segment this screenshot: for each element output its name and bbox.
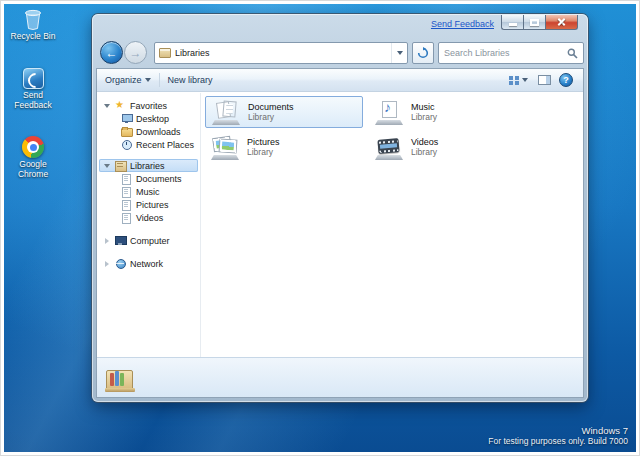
forward-button[interactable]: →: [124, 41, 147, 64]
documents-library-icon: [211, 99, 241, 125]
sidebar-label: Computer: [130, 236, 170, 246]
search-icon: [567, 48, 578, 59]
new-library-button[interactable]: New library: [160, 69, 221, 91]
item-title: Videos: [411, 137, 438, 148]
caption-buttons: [501, 15, 578, 30]
send-feedback-icon: [23, 68, 44, 89]
expander-icon[interactable]: [103, 238, 111, 244]
watermark-line2: For testing purposes only. Build 7000: [488, 436, 628, 446]
pictures-library-icon: [210, 134, 240, 160]
minimize-button[interactable]: [501, 15, 523, 30]
pictures-library-icon: [121, 199, 132, 210]
navigation-bar: ← → Libraries: [96, 38, 584, 68]
navigation-pane: Favorites Desktop Downloads Recent Place…: [97, 93, 201, 357]
sidebar-item-recent-places[interactable]: Recent Places: [97, 138, 200, 151]
music-library-icon: ♪: [374, 99, 404, 125]
sidebar-label: Recent Places: [136, 140, 194, 150]
maximize-button[interactable]: [523, 15, 546, 30]
address-dropdown-button[interactable]: [391, 43, 407, 63]
sidebar-item-computer[interactable]: Computer: [97, 234, 200, 247]
sidebar-spacer: [97, 151, 200, 159]
videos-library-icon: [374, 134, 404, 160]
library-item-music[interactable]: ♪ Music Library: [369, 96, 527, 128]
views-icon: [509, 76, 519, 85]
details-pane: [97, 357, 583, 397]
organize-button[interactable]: Organize: [97, 69, 159, 91]
sidebar-item-documents[interactable]: Documents: [97, 172, 200, 185]
libraries-icon: [115, 160, 126, 171]
library-item-pictures[interactable]: Pictures Library: [205, 131, 363, 163]
preview-pane-button[interactable]: [538, 75, 551, 85]
item-title: Music: [411, 102, 437, 113]
favorites-star-icon: [115, 100, 126, 111]
command-bar: Organize New library ?: [97, 69, 583, 92]
sidebar-label: Music: [136, 187, 160, 197]
titlebar[interactable]: Send Feedback: [92, 14, 588, 38]
send-feedback-link[interactable]: Send Feedback: [431, 19, 494, 29]
maximize-icon: [530, 19, 539, 26]
item-title: Pictures: [247, 137, 280, 148]
explorer-window: Send Feedback ← → Libraries: [92, 14, 588, 402]
organize-label: Organize: [105, 75, 142, 85]
documents-library-icon: [121, 173, 132, 184]
build-watermark: Windows 7 For testing purposes only. Bui…: [488, 425, 628, 446]
sidebar-item-pictures[interactable]: Pictures: [97, 198, 200, 211]
back-button[interactable]: ←: [100, 41, 123, 64]
close-button[interactable]: [546, 15, 578, 30]
breadcrumb[interactable]: Libraries: [175, 48, 210, 58]
desktop-icon-label: Recycle Bin: [11, 31, 56, 41]
sidebar-item-libraries[interactable]: Libraries: [99, 159, 198, 172]
music-library-icon: [121, 186, 132, 197]
desktop-wallpaper: Recycle Bin Send Feedback Google Chrome …: [4, 4, 636, 452]
sidebar-label: Pictures: [136, 200, 169, 210]
expander-icon[interactable]: [103, 104, 111, 108]
sidebar-item-favorites[interactable]: Favorites: [97, 99, 200, 112]
library-item-videos[interactable]: Videos Library: [369, 131, 527, 163]
sidebar-item-desktop[interactable]: Desktop: [97, 112, 200, 125]
desktop-icon-label: Google Chrome: [18, 159, 48, 179]
chevron-down-icon: [145, 78, 151, 82]
window-client-area: Organize New library ?: [96, 68, 584, 398]
sidebar-label: Videos: [136, 213, 163, 223]
recent-places-icon: [121, 139, 132, 150]
screenshot-frame: Recycle Bin Send Feedback Google Chrome …: [0, 0, 640, 456]
sidebar-item-downloads[interactable]: Downloads: [97, 125, 200, 138]
sidebar-item-network[interactable]: Network: [97, 257, 200, 270]
sidebar-label: Network: [130, 259, 163, 269]
close-icon: [557, 18, 566, 27]
sidebar-spacer: [97, 247, 200, 257]
item-title: Documents: [248, 102, 294, 113]
search-box[interactable]: [438, 42, 584, 64]
expander-icon[interactable]: [103, 164, 111, 168]
downloads-folder-icon: [121, 126, 132, 137]
desktop-icon-recycle-bin[interactable]: Recycle Bin: [6, 8, 60, 42]
google-chrome-icon: [22, 136, 44, 158]
computer-icon: [115, 235, 126, 246]
sidebar-label: Downloads: [136, 127, 181, 137]
recycle-bin-icon: [6, 8, 60, 30]
change-view-button[interactable]: [507, 76, 530, 85]
sidebar-label: Documents: [136, 174, 182, 184]
sidebar-item-videos[interactable]: Videos: [97, 211, 200, 224]
refresh-button[interactable]: [412, 42, 434, 64]
help-button[interactable]: ?: [559, 73, 573, 87]
item-subtitle: Library: [247, 147, 280, 157]
desktop-icon-label: Send Feedback: [14, 90, 51, 110]
desktop-icon: [121, 113, 132, 124]
refresh-icon: [417, 47, 429, 59]
address-bar[interactable]: Libraries: [154, 42, 408, 64]
library-item-documents[interactable]: Documents Library: [205, 96, 363, 128]
item-subtitle: Library: [248, 112, 294, 122]
sidebar-label: Favorites: [130, 101, 167, 111]
libraries-crumb-icon: [159, 48, 171, 58]
sidebar-label: Libraries: [130, 161, 165, 171]
network-icon: [115, 258, 126, 269]
sidebar-spacer: [97, 224, 200, 234]
item-subtitle: Library: [411, 112, 437, 122]
desktop-icon-google-chrome[interactable]: Google Chrome: [6, 136, 60, 180]
expander-icon[interactable]: [103, 261, 111, 267]
search-input[interactable]: [439, 48, 567, 58]
chevron-down-icon: [397, 51, 403, 55]
sidebar-item-music[interactable]: Music: [97, 185, 200, 198]
desktop-icon-send-feedback[interactable]: Send Feedback: [6, 68, 60, 111]
